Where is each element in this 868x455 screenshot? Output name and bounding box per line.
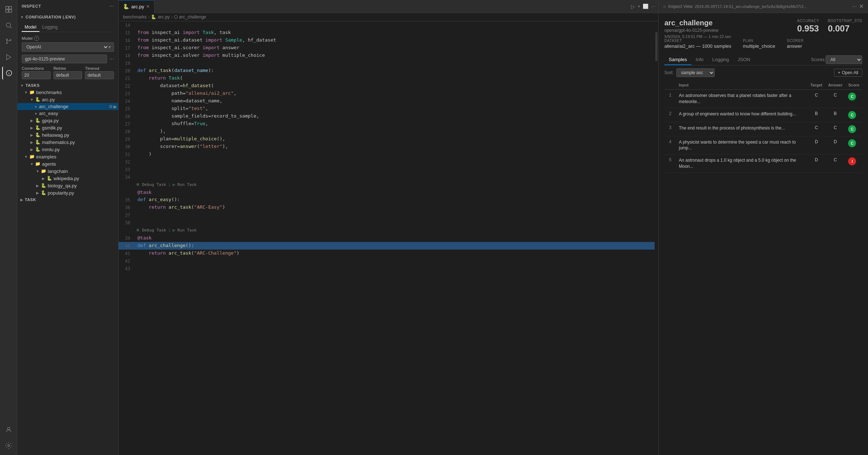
- editor-scrollbar-track[interactable]: [655, 21, 658, 455]
- biology-qa-py-file[interactable]: ▶ 🐍 biology_qa.py: [17, 182, 118, 189]
- search-icon[interactable]: [2, 19, 15, 32]
- split-editor-icon[interactable]: ⬜: [643, 4, 648, 9]
- sidebar-more-button[interactable]: ···: [109, 3, 114, 9]
- model-more-button[interactable]: ···: [109, 56, 114, 62]
- mathematics-py-file[interactable]: ▶ 🐍 mathematics.py: [17, 139, 118, 146]
- retries-input[interactable]: [54, 71, 82, 79]
- api-key-input[interactable]: [22, 55, 107, 63]
- model-help-icon[interactable]: ?: [34, 36, 39, 41]
- breadcrumb-arc-py[interactable]: arc.py: [158, 14, 170, 20]
- gsm8k-py-file[interactable]: ▶ 🐍 gsm8k.py: [17, 124, 118, 131]
- model-select-wrapper[interactable]: OpenAI ▾: [22, 42, 114, 52]
- debug-task-2-label[interactable]: Debug Task: [142, 227, 166, 234]
- code-line-24: 24 name=dataset_name,: [119, 97, 658, 105]
- sort-select[interactable]: sample asc sample desc score asc score d…: [676, 68, 715, 77]
- inspect-close-button[interactable]: ✕: [859, 3, 864, 10]
- answer-1: C: [825, 90, 846, 108]
- arc-py-tab[interactable]: 🐍 arc.py ✕: [119, 0, 154, 13]
- arc-challenge-run-icon[interactable]: ▶: [114, 104, 117, 109]
- arc-py-file[interactable]: ▼ 🐍 arc.py: [17, 96, 118, 103]
- editor-scrollbar-thumb[interactable]: [655, 32, 658, 61]
- code-line-19: 19: [119, 59, 658, 67]
- tab-logging[interactable]: Logging: [39, 23, 61, 32]
- config-section-label: CONFIGURATION (.ENV): [25, 15, 76, 19]
- arc-py-file-icon: 🐍: [35, 97, 41, 102]
- inspect-more-button[interactable]: ···: [852, 3, 857, 10]
- row-num-2: 2: [664, 108, 676, 122]
- arc-challenge-circle: ●: [35, 105, 37, 109]
- table-row[interactable]: 2 A group of engineers wanted to know ho…: [664, 108, 862, 122]
- info-icon[interactable]: [2, 67, 15, 80]
- code-line-38: 38: [119, 219, 658, 226]
- code-editor[interactable]: 14 15from inspect_ai import Task, task 1…: [119, 21, 658, 455]
- mmlu-py-file[interactable]: ▶ 🐍 mmlu.py: [17, 146, 118, 153]
- code-line-42: 42: [119, 257, 658, 265]
- arc-py-tab-close[interactable]: ✕: [146, 4, 150, 9]
- table-row[interactable]: 1 An astronomer observes that a planet r…: [664, 90, 862, 108]
- tab-info[interactable]: Info: [692, 55, 708, 65]
- scores-select[interactable]: All Correct Incorrect: [826, 55, 862, 64]
- gpqa-py-file[interactable]: ▶ 🐍 gpqa.py: [17, 117, 118, 124]
- tab-samples[interactable]: Samples: [664, 55, 692, 65]
- tab-json[interactable]: JSON: [733, 55, 755, 65]
- breadcrumb-arc-challenge[interactable]: arc_challenge: [179, 14, 206, 20]
- run-chevron[interactable]: ▾: [638, 4, 640, 8]
- code-line-26: 26 sample_fields=record_to_sample,: [119, 112, 658, 120]
- agents-folder[interactable]: ▼ 📁 agents: [17, 160, 118, 167]
- benchmarks-folder[interactable]: ▼ 📁 benchmarks: [17, 89, 118, 96]
- arc-challenge-config-icon[interactable]: ⚙: [109, 104, 113, 109]
- table-row[interactable]: 4 A physicist wants to determine the spe…: [664, 136, 862, 154]
- mmlu-py-label: mmlu.py: [42, 147, 60, 152]
- target-4: D: [808, 136, 825, 154]
- code-line-16: 16from inspect_ai.dataset import Sample,…: [119, 37, 658, 44]
- explorer-icon[interactable]: [2, 3, 15, 16]
- code-line-35: 35def arc_easy():: [119, 196, 658, 204]
- open-all-button[interactable]: + Open All: [834, 69, 862, 77]
- code-line-25: 25 split="test",: [119, 105, 658, 112]
- table-row[interactable]: 3 The end result in the process of photo…: [664, 122, 862, 136]
- run-debug-icon[interactable]: [2, 51, 15, 64]
- agents-chevron: ▼: [29, 162, 35, 166]
- run-button[interactable]: ▷: [631, 4, 635, 9]
- arc-challenge-task[interactable]: ● arc_challenge ⚙ ▶: [17, 103, 118, 110]
- task-chevron: ▶: [20, 198, 24, 202]
- run-task-1-label[interactable]: Run Task: [177, 181, 196, 188]
- table-row[interactable]: 5 An astronaut drops a 1.0 kg object and…: [664, 154, 862, 173]
- activity-bar: [0, 0, 17, 455]
- score-badge-5: I: [848, 157, 856, 165]
- tab-logging[interactable]: Logging: [708, 55, 733, 65]
- git-icon[interactable]: [2, 35, 15, 48]
- config-section-header[interactable]: ▼ CONFIGURATION (.ENV): [17, 14, 118, 20]
- svg-point-6: [6, 39, 7, 40]
- examples-folder[interactable]: ▼ 📁 examples: [17, 153, 118, 160]
- tab-model[interactable]: Model: [22, 23, 39, 32]
- popularity-py-file[interactable]: ▶ 🐍 popularity.py: [17, 189, 118, 196]
- wikipedia-py-file[interactable]: ▶ 🐍 wikipedia.py: [17, 175, 118, 182]
- debug-task-1-label[interactable]: Debug Task: [142, 181, 166, 188]
- benchmarks-chevron: ▼: [23, 90, 29, 94]
- code-line-31: 31 ): [119, 150, 658, 158]
- inspect-view-title: Inspect View: [668, 4, 693, 9]
- settings-icon[interactable]: [2, 439, 15, 452]
- popularity-py-label: popularity.py: [48, 190, 74, 196]
- editor-more-button[interactable]: ···: [651, 4, 655, 9]
- model-select[interactable]: OpenAI: [25, 44, 109, 50]
- account-icon[interactable]: [2, 423, 15, 436]
- task-section-header[interactable]: ▶ TASK: [17, 196, 118, 203]
- connections-input[interactable]: [22, 71, 51, 79]
- gsm8k-py-icon: 🐍: [35, 125, 41, 131]
- timeout-input[interactable]: [85, 71, 114, 79]
- run-task-2-label[interactable]: Run Task: [177, 227, 196, 234]
- hamburger-icon[interactable]: ≡: [663, 4, 666, 9]
- tasks-section-header[interactable]: ▼ TASKS: [17, 82, 118, 89]
- arc-easy-task[interactable]: ● arc_easy: [17, 110, 118, 117]
- langchain-chevron: ▼: [35, 169, 41, 173]
- editor-breadcrumb: benchmarks › 🐍 arc.py › ⬡ arc_challenge: [119, 13, 658, 21]
- svg-marker-9: [7, 55, 11, 60]
- answer-4: D: [825, 136, 846, 154]
- langchain-label: langchain: [48, 169, 68, 174]
- langchain-folder[interactable]: ▼ 📁 langchain: [17, 167, 118, 175]
- hellaswag-py-file[interactable]: ▶ 🐍 hellaswag.py: [17, 131, 118, 139]
- gpqa-py-icon: 🐍: [35, 118, 41, 123]
- breadcrumb-benchmarks[interactable]: benchmarks: [123, 14, 146, 20]
